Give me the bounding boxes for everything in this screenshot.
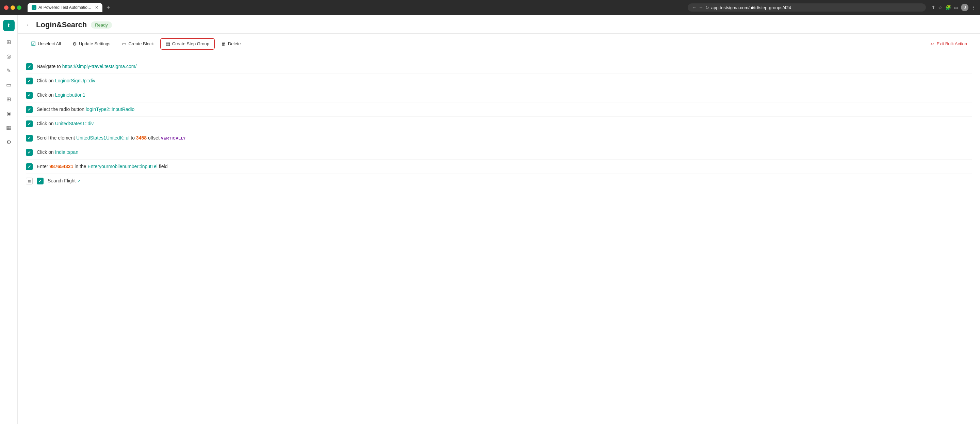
step-item: Navigate to https://simply-travel.testsi… [26,59,972,74]
step-plain-4: Select the radio button [37,107,86,112]
step-checkbox-1[interactable] [26,63,33,70]
app-logo[interactable]: t [3,20,14,31]
step-checkbox-7[interactable] [26,149,33,156]
step-checkbox-3[interactable] [26,92,33,99]
sidebar-item-reports[interactable]: ▦ [2,121,15,134]
create-step-group-button[interactable]: ▤ Create Step Group [160,38,215,50]
check-icon [27,64,31,69]
sidebar-item-apps[interactable]: ⊞ [2,92,15,105]
delete-button[interactable]: 🗑 Delete [216,38,246,49]
step-text-5: Click on UnitedStates1::div [37,120,972,127]
check-icon [27,150,31,155]
step-text-1: Navigate to https://simply-travel.testsi… [37,63,972,70]
step-link-4[interactable]: logInType2::inputRadio [86,107,134,112]
create-block-label: Create Block [128,41,153,46]
step-item: Enter 987654321 in the Enteryourmobilenu… [26,159,972,174]
browser-actions: ⬆ ☆ 🧩 ▭ U ⋮ [931,4,976,11]
step-external-link-9[interactable]: ↗ [77,178,81,183]
sidebar-item-grid[interactable]: ⊞ [2,35,15,48]
step-number-6: 3458 [136,135,147,140]
settings-gear-icon: ⚙ [73,41,77,46]
sidebar-item-settings[interactable]: ⚙ [2,135,15,148]
step-plain-2: Click on [37,78,55,83]
extensions-icon[interactable]: 🧩 [945,5,951,10]
new-tab-button[interactable]: + [105,3,112,12]
step-link-1[interactable]: https://simply-travel.testsigma.com/ [62,64,137,69]
unselect-all-button[interactable]: ☑ Unselect All [26,38,66,50]
update-settings-button[interactable]: ⚙ Update Settings [67,38,116,49]
step-link-5[interactable]: UnitedStates1::div [55,121,94,126]
check-icon [27,79,31,83]
step-checkbox-8[interactable] [26,163,33,170]
block-icon: ▭ [122,41,126,46]
step-link-8[interactable]: Enteryourmobilenumber::inputTel [88,164,157,169]
bookmark-icon[interactable]: ☆ [938,5,943,10]
step-group-expand-icon[interactable]: ▦ [26,178,33,185]
step-checkbox-6[interactable] [26,135,33,142]
step-item: Click on LoginorSignUp::div [26,74,972,88]
step-item-group: ▦ Search Flight ↗ [26,174,972,188]
sidebar-item-analytics[interactable]: ◎ [2,50,15,63]
avatar[interactable]: U [961,4,969,11]
minimize-traffic-light[interactable] [11,5,15,10]
check-icon [27,136,31,140]
check-icon [27,107,31,112]
traffic-lights [4,5,21,10]
step-link-3[interactable]: Login::button1 [55,92,86,98]
nav-back-button[interactable]: ← [692,5,697,10]
sidebar-toggle-icon[interactable]: ▭ [954,5,958,10]
sidebar-item-edit[interactable]: ✎ [2,64,15,77]
step-plain-8a: Enter [37,164,49,169]
unselect-all-label: Unselect All [38,41,61,46]
page-title: Login&Search [36,21,87,29]
step-checkbox-9[interactable] [37,178,43,185]
delete-label: Delete [228,41,241,46]
check-icon [38,179,42,183]
step-link-6[interactable]: UnitedStates1UnitedK::ul [76,135,129,140]
step-text-8: Enter 987654321 in the Enteryourmobilenu… [37,163,972,170]
sidebar-item-runs[interactable]: ◉ [2,107,15,120]
sidebar-item-folder[interactable]: ▭ [2,78,15,91]
check-icon [27,93,31,98]
step-plain-8c: field [158,164,168,169]
main-content: ← Login&Search Ready ☑ Unselect All ⚙ Up… [18,15,980,424]
step-plain-6c: offset [147,135,161,140]
tab-bar: t AI Powered Test Automation P ✕ + [27,3,682,12]
step-plain-9: Search Flight [48,178,77,183]
step-checkbox-2[interactable] [26,78,33,84]
step-text-4: Select the radio button logInType2::inpu… [37,106,972,113]
step-number-8: 987654321 [49,164,73,169]
step-link-7[interactable]: India::span [55,149,79,155]
step-checkbox-5[interactable] [26,120,33,127]
step-item: Select the radio button logInType2::inpu… [26,102,972,117]
trash-icon: 🗑 [221,41,226,46]
create-step-group-label: Create Step Group [172,41,209,46]
step-text-2: Click on LoginorSignUp::div [37,77,972,84]
step-plain-3: Click on [37,92,55,98]
active-tab[interactable]: t AI Powered Test Automation P ✕ [27,3,102,12]
step-checkbox-4[interactable] [26,106,33,113]
app-container: t ⊞ ◎ ✎ ▭ ⊞ ◉ ▦ ⚙ ← Login&Search Ready ☑… [0,15,980,424]
back-button[interactable]: ← [26,21,32,29]
url-bar[interactable] [711,5,922,10]
create-block-button[interactable]: ▭ Create Block [117,38,159,49]
page-header: ← Login&Search Ready [18,15,980,34]
step-link-2[interactable]: LoginorSignUp::div [55,78,95,83]
close-traffic-light[interactable] [4,5,8,10]
exit-bulk-action-label: Exit Bulk Action [937,41,967,46]
step-plain-6a: Scroll the element [37,135,76,140]
tab-close-button[interactable]: ✕ [95,5,98,10]
step-item: Click on India::span [26,145,972,159]
step-text-7: Click on India::span [37,149,972,156]
share-icon[interactable]: ⬆ [931,5,935,10]
refresh-button[interactable]: ↻ [705,5,709,10]
maximize-traffic-light[interactable] [17,5,21,10]
nav-forward-button[interactable]: → [698,5,703,10]
toolbar: ☑ Unselect All ⚙ Update Settings ▭ Creat… [18,34,980,54]
tab-favicon: t [32,5,37,10]
more-menu-icon[interactable]: ⋮ [971,5,976,10]
step-plain-1: Navigate to [37,64,62,69]
update-settings-label: Update Settings [79,41,111,46]
check-icon [27,164,31,169]
exit-bulk-action-button[interactable]: ↩ Exit Bulk Action [926,39,972,49]
